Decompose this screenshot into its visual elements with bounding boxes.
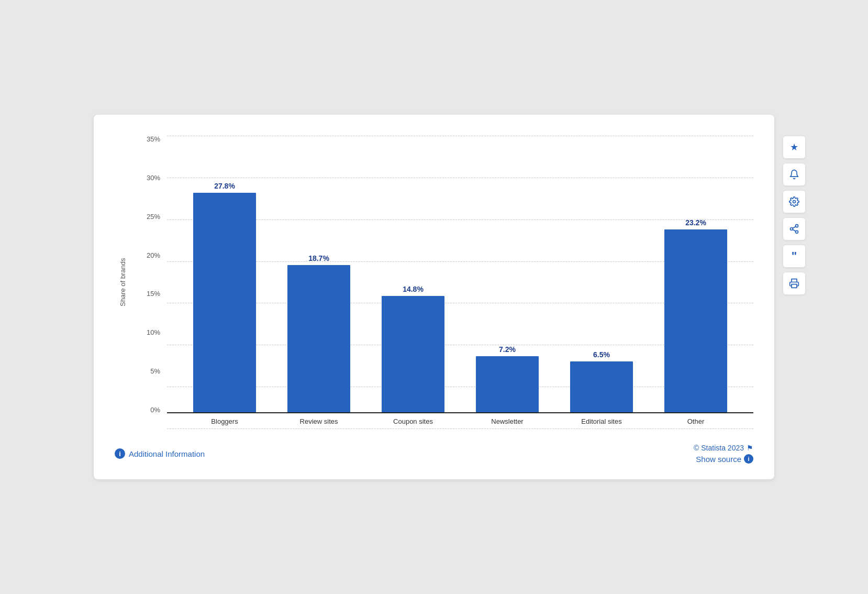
y-label-15: 15% <box>147 290 160 297</box>
statista-credit-text: © Statista 2023 <box>694 444 744 452</box>
chart-area: Share of brands 35% 30% 25% 20% 15% 10% … <box>115 136 753 429</box>
y-label-20: 20% <box>147 252 160 259</box>
footer-right: © Statista 2023 ⚑ Show source i <box>694 444 753 464</box>
bar-editorial-sites <box>570 361 633 413</box>
bar-group-other: 23.2% <box>654 136 738 413</box>
x-label-other: Other <box>654 417 738 425</box>
bar-value-coupon-sites: 14.8% <box>403 285 424 293</box>
bar-value-review-sites: 18.7% <box>308 254 329 262</box>
bar-group-newsletter: 7.2% <box>465 136 549 413</box>
print-button[interactable] <box>783 272 806 295</box>
grid-and-bars: 35% 30% 25% 20% 15% 10% 5% 0% <box>136 136 753 429</box>
star-button[interactable]: ★ <box>783 136 806 159</box>
y-label-5: 5% <box>150 368 160 375</box>
y-label-10: 10% <box>147 329 160 336</box>
chart-inner: 35% 30% 25% 20% 15% 10% 5% 0% <box>136 136 753 429</box>
chart-card: ★ " Share of brands 35% 30% 25% 20% <box>94 115 774 479</box>
flag-icon: ⚑ <box>747 444 753 452</box>
info-icon: i <box>115 448 125 459</box>
x-label-bloggers: Bloggers <box>183 417 266 425</box>
svg-line-5 <box>793 226 796 228</box>
bars-container: 27.8% 18.7% 14.8% 7.2% <box>167 136 753 413</box>
statista-credit: © Statista 2023 ⚑ <box>694 444 753 452</box>
bar-newsletter <box>476 356 539 413</box>
quote-button[interactable]: " <box>783 245 806 268</box>
y-label-0: 0% <box>150 406 160 413</box>
x-label-review-sites: Review sites <box>277 417 361 425</box>
bar-value-bloggers: 27.8% <box>214 182 235 190</box>
show-source-label: Show source <box>696 455 741 464</box>
y-label-35: 35% <box>147 136 160 142</box>
svg-line-4 <box>793 229 796 231</box>
show-source-info-icon: i <box>744 454 753 464</box>
bar-coupon-sites <box>382 296 444 413</box>
bar-group-bloggers: 27.8% <box>183 136 266 413</box>
bar-other <box>664 229 727 413</box>
share-button[interactable] <box>783 217 806 240</box>
y-label-25: 25% <box>147 213 160 220</box>
svg-point-0 <box>793 201 796 203</box>
bar-group-review-sites: 18.7% <box>277 136 361 413</box>
footer: i Additional Information © Statista 2023… <box>115 438 753 464</box>
bell-button[interactable] <box>783 163 806 186</box>
y-labels: 35% 30% 25% 20% 15% 10% 5% 0% <box>136 136 164 413</box>
bar-group-editorial-sites: 6.5% <box>560 136 643 413</box>
bar-review-sites <box>287 265 350 413</box>
bar-value-other: 23.2% <box>685 218 706 227</box>
x-label-editorial-sites: Editorial sites <box>560 417 643 425</box>
sidebar-icons: ★ " <box>783 136 806 295</box>
y-axis-label: Share of brands <box>115 136 130 429</box>
show-source-button[interactable]: Show source i <box>696 454 753 464</box>
bar-value-newsletter: 7.2% <box>499 345 516 354</box>
svg-rect-6 <box>792 284 797 288</box>
gear-button[interactable] <box>783 190 806 213</box>
additional-info-button[interactable]: i Additional Information <box>115 448 205 459</box>
bar-bloggers <box>193 193 256 413</box>
y-label-30: 30% <box>147 174 160 181</box>
x-label-coupon-sites: Coupon sites <box>371 417 455 425</box>
bar-value-editorial-sites: 6.5% <box>593 350 610 359</box>
bar-group-coupon-sites: 14.8% <box>371 136 455 413</box>
additional-info-label: Additional Information <box>129 449 205 458</box>
x-labels: Bloggers Review sites Coupon sites Newsl… <box>167 413 753 429</box>
x-label-newsletter: Newsletter <box>465 417 549 425</box>
